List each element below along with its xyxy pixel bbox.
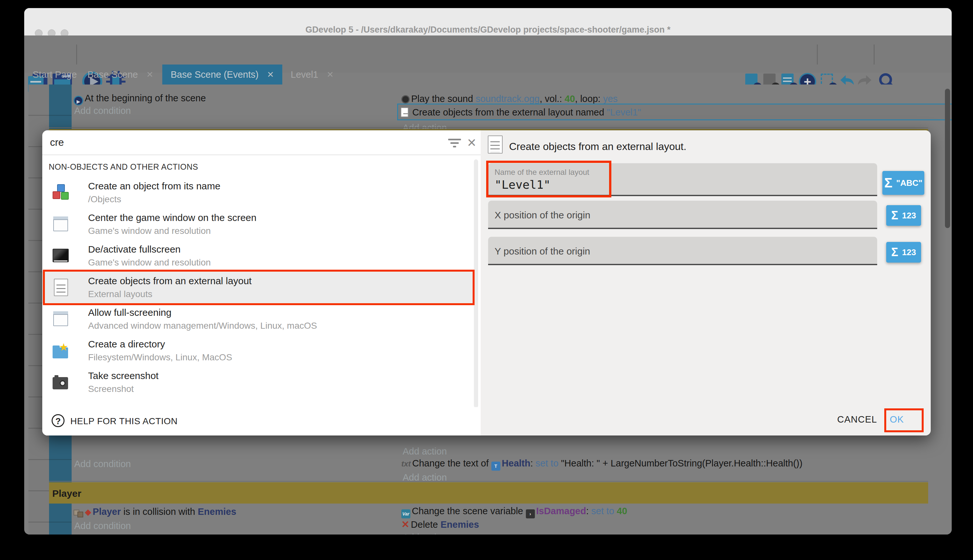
annotation-rect-ok	[884, 408, 924, 432]
tab-label: Base Scene	[87, 69, 138, 80]
action-item-subtitle: Game's window and resolution	[88, 226, 211, 236]
action-item-create-directory[interactable]: ★ Create a directory Filesystem/Windows,…	[42, 335, 476, 367]
action-item-take-screenshot[interactable]: Take screenshot Screenshot	[42, 367, 476, 398]
event-action-row[interactable]: ✕ Delete Enemies	[402, 519, 479, 530]
add-condition-link[interactable]: Add condition	[74, 459, 131, 469]
action-item-subtitle: Advanced window management/Windows, Linu…	[88, 321, 317, 331]
action-item-title: De/activate fullscreen	[88, 244, 181, 255]
section-header: NON-OBJECTS AND OTHER ACTIONS	[49, 162, 198, 172]
collision-icon	[77, 512, 83, 517]
param-layout-name: "Level1"	[607, 107, 641, 117]
search-input[interactable]: cre	[50, 137, 64, 148]
action-item-subtitle: Screenshot	[88, 384, 134, 394]
help-icon: ?	[52, 414, 65, 427]
player-ship-icon: ◆	[85, 507, 91, 517]
expression-builder-button-abc[interactable]: Σ "ABC"	[882, 171, 924, 195]
cancel-button[interactable]: CANCEL	[837, 414, 877, 425]
action-item-subtitle: Filesystem/Windows, Linux, MacOS	[88, 352, 232, 363]
screenshot-root: GDevelop 5 - /Users/dkarakay/Documents/G…	[0, 0, 973, 560]
action-item-title: Allow full-screening	[88, 307, 171, 318]
sigma-icon: Σ	[884, 175, 892, 191]
param-value: 40	[614, 506, 627, 516]
annotation-rect-selected-action	[43, 270, 475, 305]
action-item-title: Create a directory	[88, 339, 165, 350]
external-layout-icon	[488, 135, 503, 153]
help-button[interactable]: ? HELP FOR THIS ACTION	[52, 414, 490, 435]
search-bar[interactable]: cre ✕	[42, 130, 481, 155]
add-action-link[interactable]: Add action	[403, 532, 447, 535]
param-expression: "Health: " + LargeNumberToString(Player.…	[558, 458, 802, 468]
event-condition-row[interactable]: ◆ Player is in collision with Enemies	[73, 507, 236, 517]
action-item-subtitle: Game's window and resolution	[88, 257, 211, 268]
dialog-footer: ? HELP FOR THIS ACTION	[42, 407, 481, 435]
tab-base-scene[interactable]: Base Scene ✕	[79, 65, 162, 85]
param-volume: 40	[565, 93, 575, 104]
tab-label: Start Page	[33, 69, 77, 80]
add-condition-link[interactable]: Add condition	[74, 105, 131, 116]
add-condition-link[interactable]: Add condition	[74, 521, 131, 531]
event-action-row[interactable]: Var Change the scene variable › IsDamage…	[402, 506, 627, 518]
row-divider	[49, 127, 928, 128]
action-item-subtitle: /Objects	[88, 194, 121, 205]
close-tab-icon[interactable]: ✕	[327, 70, 333, 80]
action-item-allow-fullscreen[interactable]: Allow full-screening Advanced window man…	[42, 303, 476, 335]
sigma-icon: Σ	[891, 245, 898, 259]
expression-builder-button-123[interactable]: Σ 123	[886, 205, 921, 226]
event-condition-row[interactable]: ▶ At the beginning of the scene	[73, 93, 206, 105]
trigger-once-icon: ▶	[73, 96, 83, 105]
action-item-title: Center the game window on the screen	[88, 212, 257, 223]
scene-variable-icon: ›	[526, 509, 535, 518]
event-action-row[interactable]: txt Change the text of T Health: set to …	[402, 458, 802, 471]
events-scrollbar[interactable]	[945, 89, 950, 228]
speaker-icon	[402, 95, 410, 103]
window-title: GDevelop 5 - /Users/dkarakay/Documents/G…	[24, 25, 952, 35]
condition-text: At the beginning of the scene	[85, 93, 206, 103]
help-label: HELP FOR THIS ACTION	[70, 416, 178, 427]
star-icon: ★	[59, 341, 68, 353]
field-placeholder: Y position of the origin	[495, 246, 590, 257]
param-file: soundtrack.ogg	[475, 93, 540, 104]
field-y-position[interactable]: Y position of the origin	[488, 237, 877, 265]
action-item-center-window[interactable]: Center the game window on the screen Gam…	[42, 208, 476, 240]
comment-bar-player[interactable]: Player	[49, 482, 928, 503]
comment-text: Player	[52, 488, 81, 499]
create-object-cubes-icon	[53, 184, 69, 201]
expression-builder-button-123[interactable]: Σ 123	[886, 242, 921, 263]
toolbar-separator	[76, 45, 77, 65]
tab-level1[interactable]: Level1 ✕	[282, 65, 342, 85]
tab-start-page[interactable]: Start Page	[24, 65, 85, 85]
variable-action-icon: Var	[402, 509, 410, 518]
tab-base-scene-events[interactable]: Base Scene (Events) ✕	[162, 65, 282, 85]
close-tab-icon[interactable]: ✕	[267, 70, 274, 80]
clear-search-icon[interactable]: ✕	[467, 136, 477, 150]
tab-label: Base Scene (Events)	[171, 69, 258, 80]
field-x-position[interactable]: X position of the origin	[488, 201, 877, 229]
folder-icon: ★	[53, 342, 69, 359]
titlebar: GDevelop 5 - /Users/dkarakay/Documents/G…	[24, 8, 952, 35]
param-object: Health	[501, 458, 530, 468]
action-text: Create objects from the external layout …	[412, 107, 607, 117]
window-icon	[53, 216, 69, 233]
param-variable: IsDamaged	[536, 506, 586, 516]
action-item-create-object[interactable]: Create an object from its name /Objects	[42, 177, 476, 208]
action-item-fullscreen[interactable]: De/activate fullscreen Game's window and…	[42, 240, 476, 272]
action-title: Create objects from an external layout.	[509, 141, 686, 153]
filter-icon[interactable]	[448, 139, 461, 148]
selected-action-row[interactable]: Create objects from the external layout …	[397, 103, 952, 120]
tab-label: Level1	[291, 69, 318, 80]
param-object: Enemies	[440, 519, 479, 530]
window-icon	[53, 311, 69, 327]
delete-x-icon: ✕	[402, 519, 410, 530]
param-object: Enemies	[198, 507, 236, 517]
tab-bar: Start Page Base Scene ✕ Base Scene (Even…	[24, 65, 952, 85]
param-loop: yes	[603, 93, 618, 104]
action-item-title: Create an object from its name	[88, 181, 220, 192]
action-item-title: Take screenshot	[88, 370, 158, 381]
add-action-link[interactable]: Add action	[403, 446, 447, 457]
close-tab-icon[interactable]: ✕	[146, 70, 153, 80]
event-action-row[interactable]: Play the sound soundtrack.ogg, vol.: 40,…	[402, 93, 618, 104]
text-action-icon: txt	[402, 459, 411, 468]
annotation-rect-layout-name	[486, 161, 611, 197]
sigma-icon: Σ	[891, 209, 898, 222]
text-object-icon: T	[491, 462, 500, 471]
